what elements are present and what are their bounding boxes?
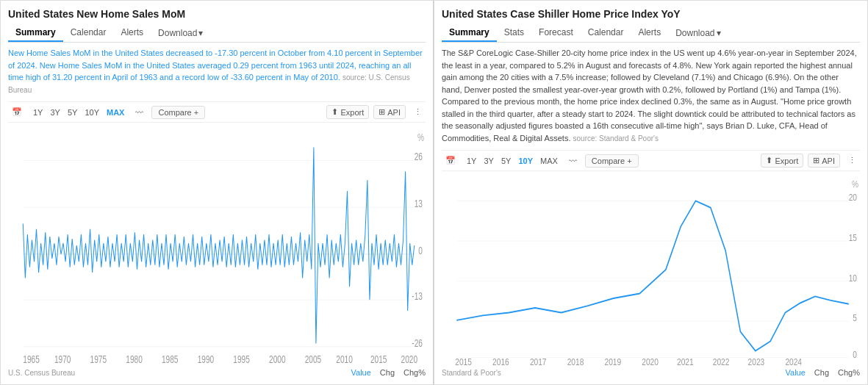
tab-calendar-left[interactable]: Calendar [63, 24, 114, 42]
left-tabs: Summary Calendar Alerts Download ▾ [8, 24, 426, 43]
export-btn-left[interactable]: ⬆ Export [326, 105, 369, 119]
right-footer: Standard & Poor's Value Chg Chg% [442, 368, 860, 377]
tab-stats-right[interactable]: Stats [497, 24, 531, 42]
x-label-2010: 2010 [336, 353, 353, 365]
left-chart-line [23, 148, 415, 344]
x-label-2017: 2017 [530, 356, 547, 365]
x-label-1990: 1990 [198, 353, 215, 365]
range-5y-left[interactable]: 5Y [65, 107, 80, 118]
right-footer-source: Standard & Poor's [442, 369, 786, 377]
tab-download-label-left: Download [158, 28, 197, 38]
range-3y-right[interactable]: 3Y [481, 155, 496, 167]
chg-link-right[interactable]: Chg [814, 368, 829, 377]
right-chart: % 20 15 10 5 0 2015 2016 2017 2018 2019 … [442, 174, 860, 365]
line-chart-icon-left[interactable]: 〰 [132, 107, 147, 118]
range-10y-left[interactable]: 10Y [82, 107, 102, 118]
x-label-1985: 1985 [162, 353, 179, 365]
calendar-icon-left[interactable]: 📅 [8, 106, 26, 118]
value-link-left[interactable]: Value [351, 368, 371, 377]
x-label-2019: 2019 [605, 356, 622, 365]
chg-link-left[interactable]: Chg [380, 368, 395, 377]
y-label-neg13: -13 [412, 290, 423, 302]
x-label-2022: 2022 [713, 356, 730, 365]
compare-btn-left[interactable]: Compare + [151, 106, 205, 119]
range-max-left[interactable]: MAX [104, 107, 127, 118]
right-footer-links: Value Chg Chg% [786, 368, 860, 377]
tab-calendar-right[interactable]: Calendar [581, 24, 631, 42]
left-footer: U.S. Census Bureau Value Chg Chg% [8, 368, 426, 377]
api-icon-right: ⊞ [813, 156, 819, 165]
chg-pct-link-right[interactable]: Chg% [838, 368, 860, 377]
range-5y-right[interactable]: 5Y [498, 155, 514, 167]
compare-btn-right[interactable]: Compare + [585, 154, 639, 168]
left-chart: % 26 13 0 -13 -26 1965 1970 1975 1980 19… [8, 126, 426, 365]
right-panel: United States Case Shiller Home Price In… [434, 0, 868, 385]
right-panel-title: United States Case Shiller Home Price In… [442, 8, 860, 20]
y-label-percent-left: % [417, 132, 424, 143]
x-label-2015: 2015 [455, 356, 472, 365]
y-label-15: 15 [849, 232, 857, 242]
right-tabs: Summary Stats Forecast Calendar Alerts D… [442, 24, 860, 43]
export-icon-left: ⬆ [331, 107, 338, 117]
calendar-icon-right[interactable]: 📅 [442, 154, 459, 167]
value-link-right[interactable]: Value [786, 368, 806, 377]
more-options-left[interactable]: ⋮ [410, 106, 426, 118]
tab-download-label-right: Download [675, 28, 714, 38]
chevron-down-icon-right: ▾ [717, 28, 721, 38]
tab-summary-right[interactable]: Summary [442, 24, 497, 42]
tab-alerts-left[interactable]: Alerts [113, 24, 151, 42]
tab-forecast-right[interactable]: Forecast [531, 24, 581, 42]
left-description: New Home Sales MoM in the United States … [8, 47, 426, 96]
range-3y-left[interactable]: 3Y [47, 107, 62, 118]
right-toolbar: 📅 1Y 3Y 5Y 10Y MAX 〰 Compare + ⬆ Export … [442, 150, 860, 171]
x-label-2018: 2018 [567, 356, 584, 365]
x-label-1975: 1975 [90, 353, 107, 365]
export-label-left: Export [340, 108, 364, 117]
y-label-5: 5 [853, 312, 857, 323]
export-label-right: Export [775, 156, 798, 165]
chg-pct-link-left[interactable]: Chg% [403, 368, 426, 377]
right-chart-line [456, 201, 848, 350]
x-label-2023: 2023 [748, 356, 765, 365]
right-range-buttons: 1Y 3Y 5Y 10Y MAX [464, 155, 561, 167]
export-icon-right: ⬆ [766, 156, 772, 165]
right-chart-svg: % 20 15 10 5 0 2015 2016 2017 2018 2019 … [442, 174, 860, 365]
left-panel-title: United States New Home Sales MoM [8, 8, 426, 20]
chevron-down-icon-left: ▾ [198, 28, 203, 38]
y-label-20: 20 [849, 192, 858, 202]
y-label-neg26: -26 [412, 337, 423, 349]
tab-download-left[interactable]: Download ▾ [151, 24, 210, 42]
right-source-inline: source: Standard & Poor's [573, 134, 659, 143]
api-btn-left[interactable]: ⊞ API [373, 105, 406, 119]
y-label-percent-right: % [852, 179, 858, 189]
left-chart-svg: % 26 13 0 -13 -26 1965 1970 1975 1980 19… [8, 126, 426, 365]
y-label-0: 0 [418, 245, 423, 256]
left-toolbar: 📅 1Y 3Y 5Y 10Y MAX 〰 Compare + ⬆ Export … [8, 101, 426, 123]
y-label-10: 10 [849, 272, 858, 282]
x-label-2020: 2020 [401, 353, 418, 365]
range-1y-right[interactable]: 1Y [464, 155, 479, 167]
api-btn-right[interactable]: ⊞ API [808, 154, 840, 168]
y-label-0-right: 0 [853, 348, 857, 359]
api-icon-left: ⊞ [379, 107, 385, 117]
x-label-2005: 2005 [305, 353, 322, 365]
range-max-right[interactable]: MAX [537, 155, 561, 167]
x-label-2024: 2024 [785, 356, 802, 365]
range-1y-left[interactable]: 1Y [30, 107, 46, 118]
tab-download-right[interactable]: Download ▾ [668, 24, 728, 42]
tab-summary-left[interactable]: Summary [8, 24, 63, 42]
x-label-1980: 1980 [126, 353, 143, 365]
export-btn-right[interactable]: ⬆ Export [761, 154, 803, 168]
left-range-buttons: 1Y 3Y 5Y 10Y MAX [30, 107, 127, 118]
x-label-1995: 1995 [233, 353, 250, 365]
line-chart-icon-right[interactable]: 〰 [565, 155, 581, 167]
api-label-left: API [387, 108, 401, 117]
left-panel: United States New Home Sales MoM Summary… [0, 0, 434, 385]
range-10y-right[interactable]: 10Y [515, 155, 536, 167]
x-label-2015: 2015 [370, 353, 387, 365]
more-options-right[interactable]: ⋮ [844, 154, 860, 167]
right-description: The S&P CoreLogic Case-Shiller 20-city h… [442, 47, 860, 144]
x-label-2000: 2000 [269, 353, 286, 365]
left-footer-links: Value Chg Chg% [351, 368, 426, 377]
tab-alerts-right[interactable]: Alerts [631, 24, 668, 42]
